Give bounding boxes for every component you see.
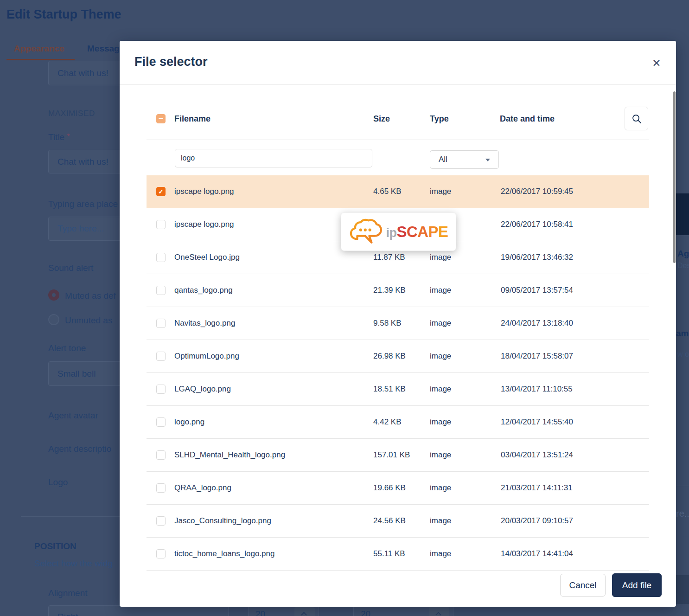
- check-icon: ✓: [158, 188, 164, 195]
- cell-filename: ipscape logo.png: [174, 220, 234, 229]
- cell-type: image: [430, 319, 451, 328]
- cell-datetime: 12/04/2017 14:55:40: [501, 417, 573, 427]
- table-header-rule: [147, 140, 649, 140]
- cell-datetime: 03/04/2017 13:51:24: [501, 450, 573, 460]
- cell-size: 26.98 KB: [373, 352, 406, 361]
- type-filter-select[interactable]: All: [430, 150, 499, 169]
- table-row[interactable]: ✓ ipscape logo.png 4.65 KB image 22/06/2…: [147, 175, 649, 208]
- row-checkbox[interactable]: ✓: [156, 450, 166, 460]
- table-row[interactable]: ✓ LGAQ_logo.png 18.51 KB image 13/04/201…: [147, 373, 649, 406]
- cell-type: image: [430, 549, 451, 558]
- column-header-filename[interactable]: Filename: [174, 107, 211, 131]
- cell-filename: Jasco_Consulting_logo.png: [174, 516, 271, 526]
- cell-type: image: [430, 450, 451, 460]
- required-asterisk: *: [67, 132, 70, 141]
- cell-size: 11.87 KB: [373, 253, 405, 262]
- chevron-down-icon: [485, 159, 490, 161]
- cell-size: 19.66 KB: [373, 483, 406, 493]
- search-button[interactable]: [625, 107, 648, 130]
- spacing-value-2: 20: [361, 609, 370, 616]
- row-checkbox[interactable]: ✓: [156, 483, 166, 493]
- table-row[interactable]: ✓ Navitas_logo.png 9.58 KB image 24/04/2…: [147, 307, 649, 340]
- section-divider: [21, 516, 121, 517]
- tab-appearance: Appearance: [14, 44, 64, 54]
- typing-area-label: Typing area place: [48, 199, 118, 209]
- cell-datetime: 13/04/2017 11:10:55: [501, 385, 573, 394]
- table-row[interactable]: ✓ Jasco_Consulting_logo.png 24.56 KB ima…: [147, 505, 649, 538]
- preview-header-block: [676, 193, 689, 235]
- sound-alert-label: Sound alert: [48, 263, 93, 273]
- cell-datetime: 19/06/2017 13:46:32: [501, 253, 573, 262]
- preview-text-fragment-wo: w o: [677, 350, 689, 359]
- radio-unmuted: [48, 314, 59, 325]
- column-header-datetime[interactable]: Date and time: [500, 107, 555, 131]
- cell-size: 24.56 KB: [373, 516, 406, 526]
- cell-size: 21.39 KB: [373, 286, 406, 295]
- cell-datetime: 21/03/2017 14:11:31: [501, 483, 573, 493]
- select-all-checkbox[interactable]: [156, 114, 166, 123]
- title-label: Title*: [48, 132, 70, 142]
- ipscape-cloud-icon: [349, 218, 383, 245]
- cell-type: image: [430, 286, 451, 295]
- position-heading: POSITION: [34, 541, 77, 552]
- column-header-size[interactable]: Size: [373, 107, 390, 131]
- cell-filename: OptimumLogo.png: [174, 352, 239, 361]
- cell-datetime: 14/03/2017 14:41:04: [501, 549, 573, 558]
- row-checkbox[interactable]: ✓: [156, 516, 166, 526]
- table-row[interactable]: ✓ SLHD_Mental_Health_logo.png 157.01 KB …: [147, 439, 649, 472]
- table-row[interactable]: ✓ tictoc_home_loans_logo.png 55.11 KB im…: [147, 538, 649, 571]
- cancel-button[interactable]: Cancel: [560, 574, 606, 597]
- radio-muted: [48, 289, 59, 301]
- agent-avatar-label: Agent avatar: [48, 411, 98, 421]
- file-selector-modal: File selector ✕ Filename Size Type Date …: [120, 41, 676, 607]
- row-checkbox[interactable]: ✓: [156, 220, 166, 229]
- row-checkbox[interactable]: ✓: [156, 286, 166, 295]
- preview-text-fragment-am: am: [676, 328, 689, 339]
- cell-filename: LGAQ_logo.png: [174, 385, 231, 394]
- preview-agent-name-fragment: Ag: [677, 249, 689, 259]
- alert-tone-label: Alert tone: [48, 343, 86, 353]
- position-description: Select how the widg: [34, 558, 113, 569]
- row-checkbox[interactable]: ✓: [156, 352, 166, 361]
- tab-active-indicator: [6, 59, 75, 60]
- column-header-type[interactable]: Type: [430, 107, 449, 131]
- cell-filename: logo.png: [174, 417, 204, 427]
- cell-filename: OneSteel Logo.jpg: [174, 253, 240, 262]
- cell-filename: QRAA_logo.png: [174, 483, 231, 493]
- table-row[interactable]: ✓ logo.png 4.42 KB image 12/04/2017 14:5…: [147, 406, 649, 439]
- cell-type: image: [430, 483, 451, 493]
- cell-filename: tictoc_home_loans_logo.png: [174, 549, 274, 558]
- radio-muted-label: Muted as def: [65, 291, 116, 301]
- screen: Edit Startup Theme Appearance Messag Cha…: [0, 0, 689, 616]
- alignment-select: Right: [48, 605, 229, 616]
- preview-divider-fragment: [676, 536, 689, 536]
- alignment-label: Alignment: [48, 588, 88, 598]
- table-row[interactable]: ✓ OptimumLogo.png 26.98 KB image 18/04/2…: [147, 340, 649, 373]
- row-checkbox[interactable]: ✓: [156, 187, 166, 196]
- cell-type: image: [430, 516, 451, 526]
- table-row[interactable]: ✓ qantas_logo.png 21.39 KB image 09/05/2…: [147, 274, 649, 307]
- row-checkbox[interactable]: ✓: [156, 385, 166, 394]
- agent-description-label: Agent descriptio: [48, 444, 111, 454]
- cell-filename: Navitas_logo.png: [174, 319, 235, 328]
- row-checkbox[interactable]: ✓: [156, 549, 166, 558]
- row-checkbox[interactable]: ✓: [156, 319, 166, 328]
- minus-icon: [159, 118, 163, 119]
- tab-messages: Messag: [87, 44, 120, 54]
- cell-size: 9.58 KB: [373, 319, 402, 328]
- cell-size: 55.11 KB: [373, 549, 405, 558]
- cell-size: 4.42 KB: [373, 417, 402, 427]
- row-checkbox[interactable]: ✓: [156, 253, 166, 262]
- cell-filename: SLHD_Mental_Health_logo.png: [174, 450, 285, 460]
- stepper-up-icon: [429, 607, 449, 616]
- table-row[interactable]: ✓ QRAA_logo.png 19.66 KB image 21/03/201…: [147, 472, 649, 505]
- add-file-button[interactable]: Add file: [612, 573, 662, 597]
- modal-scrollbar-thumb[interactable]: [673, 91, 676, 263]
- radio-unmuted-label: Unmuted as: [65, 315, 112, 326]
- close-icon[interactable]: ✕: [648, 55, 665, 71]
- ipscape-logo-wordmark: ipSCAPE: [386, 223, 448, 241]
- filename-filter-input[interactable]: [175, 149, 372, 167]
- row-checkbox[interactable]: ✓: [156, 417, 166, 427]
- modal-header-divider: [120, 84, 676, 85]
- preview-agent-desc-fragment: Des: [677, 262, 689, 270]
